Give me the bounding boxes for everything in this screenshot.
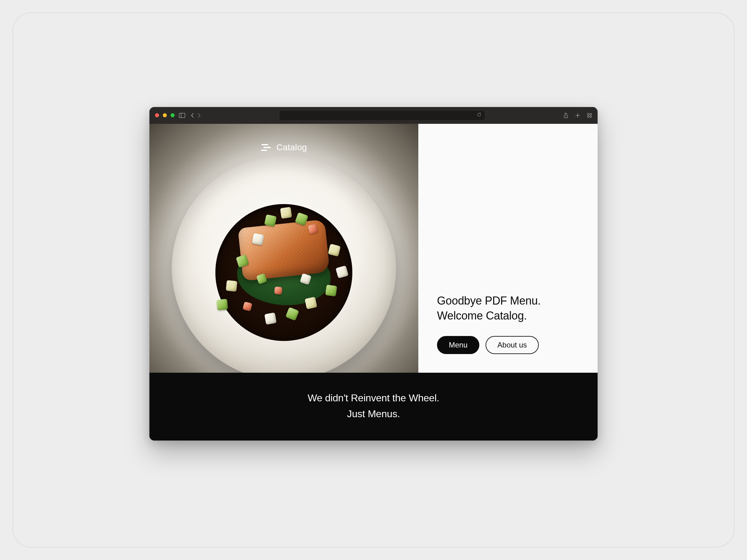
hero-headline-line2: Welcome Catalog. [437,308,598,324]
reload-icon [477,112,482,117]
tagline-line2: Just Menus. [156,406,591,422]
svg-rect-5 [590,116,592,117]
about-us-button[interactable]: About us [486,336,539,354]
tagline-band: We didn't Reinvent the Wheel. Just Menus… [149,373,598,441]
chevron-right-icon [197,113,201,118]
minimize-window-button[interactable] [163,113,167,117]
hero-image-panel: Catalog [149,124,418,373]
canvas-frame: Catalog [12,12,735,548]
tab-overview-button[interactable] [587,113,592,118]
share-button[interactable] [563,113,568,118]
nav-buttons [191,113,201,118]
svg-rect-3 [590,113,592,115]
svg-rect-6 [261,144,268,145]
hero-headline: Goodbye PDF Menu. Welcome Catalog. [437,293,598,324]
sidebar-icon [179,113,185,118]
hero-headline-line1: Goodbye PDF Menu. [437,293,598,309]
brand-lockup[interactable]: Catalog [261,142,307,153]
brand-name: Catalog [276,142,307,153]
browser-window: Catalog [149,107,598,441]
hero-copy-panel: Goodbye PDF Menu. Welcome Catalog. Menu … [418,124,598,373]
svg-rect-7 [263,147,271,148]
plus-icon [575,113,580,118]
window-controls [155,113,175,117]
reload-button[interactable] [477,112,482,118]
brand-logo-icon [261,143,272,152]
close-window-button[interactable] [155,113,159,117]
address-bar-wrap [205,111,559,120]
address-bar[interactable] [280,111,485,120]
forward-button[interactable] [197,113,201,118]
svg-rect-8 [261,150,267,151]
share-icon [563,113,568,118]
new-tab-button[interactable] [575,113,580,118]
fullscreen-window-button[interactable] [171,113,175,117]
hero-section: Catalog [149,124,598,373]
page-content: Catalog [149,124,598,441]
svg-rect-0 [179,113,185,118]
browser-toolbar [149,107,598,124]
grid-icon [587,113,592,118]
svg-rect-4 [588,116,589,117]
hero-cta-row: Menu About us [437,336,598,354]
tagline-line1: We didn't Reinvent the Wheel. [156,390,591,406]
menu-button[interactable]: Menu [437,336,479,354]
plate-illustration [172,156,396,373]
chevron-left-icon [191,113,194,118]
sidebar-toggle-button[interactable] [179,113,185,118]
toolbar-right [563,113,592,118]
back-button[interactable] [191,113,194,118]
svg-rect-2 [588,113,589,115]
